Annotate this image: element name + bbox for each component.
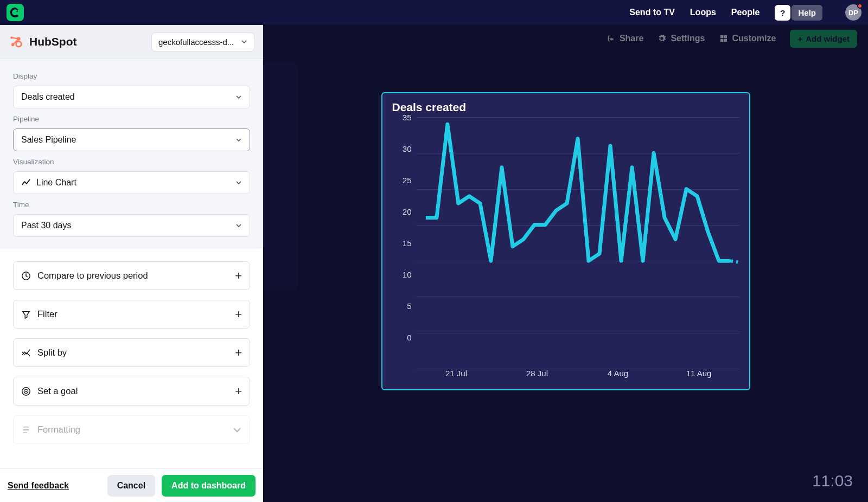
y-tick: 35	[392, 113, 416, 144]
cancel-button[interactable]: Cancel	[107, 475, 155, 497]
x-tick: 11 Aug	[659, 369, 739, 385]
widget-config-panel: HubSpot geckofullaccesss-d... Display De…	[0, 25, 263, 502]
plot-area	[416, 117, 739, 369]
pipeline-label: Pipeline	[13, 115, 250, 123]
goal-option[interactable]: Set a goal +	[13, 377, 250, 406]
time-label: Time	[13, 201, 250, 209]
hubspot-icon	[9, 35, 23, 49]
y-tick: 25	[392, 176, 416, 207]
help-button[interactable]: Help	[792, 5, 822, 21]
formatting-icon	[21, 425, 31, 435]
avatar[interactable]: DP	[845, 4, 861, 21]
panel-footer: Send feedback Cancel Add to dashboard	[0, 468, 263, 502]
split-icon	[21, 348, 31, 358]
visualization-select[interactable]: Line Chart	[13, 171, 250, 194]
integration-title: HubSpot	[29, 35, 76, 48]
help-question-button[interactable]: ?	[775, 5, 790, 21]
display-select[interactable]: Deals created	[13, 86, 250, 108]
clock-icon	[21, 271, 31, 281]
chevron-down-icon	[235, 179, 242, 186]
chart-title: Deals created	[392, 101, 739, 114]
gecko-icon	[9, 7, 21, 18]
config-form: Display Deals created Pipeline Sales Pip…	[0, 59, 263, 248]
y-tick: 0	[392, 333, 416, 364]
formatting-option[interactable]: Formatting	[13, 415, 250, 444]
notification-dot-icon	[857, 3, 863, 9]
x-tick: 4 Aug	[578, 369, 659, 385]
y-tick: 5	[392, 301, 416, 333]
x-tick: 21 Jul	[416, 369, 497, 385]
time-select[interactable]: Past 30 days	[13, 214, 250, 237]
chevron-down-icon	[235, 222, 242, 229]
panel-header: HubSpot geckofullaccesss-d...	[0, 25, 263, 59]
display-label: Display	[13, 72, 250, 80]
chevron-down-icon	[232, 425, 242, 435]
split-option[interactable]: Split by +	[13, 338, 250, 367]
filter-option[interactable]: Filter +	[13, 300, 250, 329]
avatar-initials: DP	[848, 9, 858, 17]
preview-pane: Deals created 35302520151050 21 Jul28 Ju…	[263, 52, 868, 502]
svg-point-3	[16, 41, 22, 47]
add-to-dashboard-button[interactable]: Add to dashboard	[162, 475, 256, 497]
send-feedback-link[interactable]: Send feedback	[8, 481, 69, 491]
chevron-down-icon	[235, 94, 242, 100]
y-tick: 20	[392, 207, 416, 239]
y-tick: 30	[392, 144, 416, 176]
app-logo[interactable]	[7, 4, 24, 21]
chevron-down-icon	[235, 137, 242, 143]
line-chart-icon	[21, 178, 31, 188]
y-tick: 15	[392, 239, 416, 270]
chart-preview: Deals created 35302520151050 21 Jul28 Ju…	[381, 92, 750, 390]
y-tick: 10	[392, 270, 416, 301]
connection-select[interactable]: geckofullaccesss-d...	[151, 33, 254, 52]
target-icon	[21, 387, 31, 396]
nav-send-to-tv[interactable]: Send to TV	[629, 8, 675, 17]
nav-loops[interactable]: Loops	[690, 8, 716, 17]
filter-icon	[21, 310, 31, 319]
line-series	[416, 117, 739, 369]
svg-point-7	[25, 390, 27, 392]
y-axis: 35302520151050	[392, 117, 416, 369]
visualization-label: Visualization	[13, 158, 250, 166]
x-tick: 28 Jul	[497, 369, 578, 385]
compare-option[interactable]: Compare to previous period +	[13, 261, 250, 290]
chevron-down-icon	[241, 38, 247, 45]
x-axis: 21 Jul28 Jul4 Aug11 Aug	[416, 369, 739, 385]
extra-options: Compare to previous period + Filter + Sp…	[0, 248, 263, 468]
nav-people[interactable]: People	[731, 8, 760, 17]
top-bar: Send to TV Loops People ? Help DP	[0, 0, 868, 25]
pipeline-select[interactable]: Sales Pipeline	[13, 128, 250, 151]
